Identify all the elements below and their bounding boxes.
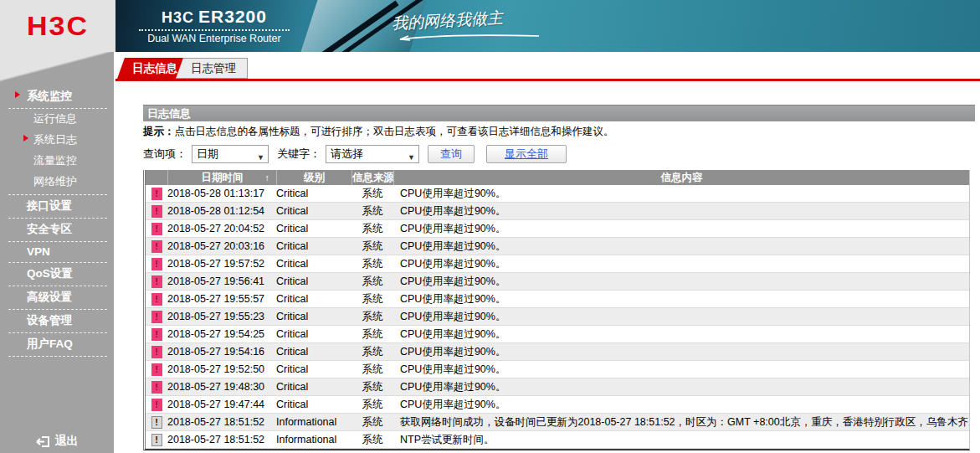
- show-all-button[interactable]: 显示全部: [486, 145, 567, 163]
- severity-icon: !: [151, 363, 162, 376]
- severity-icon-cell: !: [146, 240, 167, 253]
- log-datetime: 2018-05-28 01:12:54: [167, 205, 276, 217]
- log-datetime: 2018-05-27 19:55:23: [167, 311, 276, 322]
- log-datetime: 2018-05-27 19:54:25: [167, 328, 276, 340]
- column-icon: [146, 170, 167, 185]
- table-row[interactable]: ! 2018-05-27 20:03:16 Critical 系统 CPU使用率…: [146, 238, 969, 255]
- severity-icon: !: [151, 399, 162, 411]
- table-row[interactable]: ! 2018-05-27 19:52:50 Critical 系统 CPU使用率…: [146, 361, 969, 378]
- sidebar-item-1[interactable]: 系统监控: [8, 85, 107, 109]
- log-message: CPU使用率超过90%。: [393, 310, 969, 324]
- table-row[interactable]: ! 2018-05-28 01:13:17 Critical 系统 CPU使用率…: [146, 185, 969, 203]
- table-row[interactable]: ! 2018-05-28 01:12:54 Critical 系统 CPU使用率…: [146, 203, 969, 220]
- severity-icon: !: [151, 223, 162, 235]
- table-row[interactable]: ! 2018-05-27 19:55:23 Critical 系统 CPU使用率…: [146, 308, 969, 326]
- severity-icon-cell: !: [146, 381, 167, 394]
- sidebar: 系统监控运行信息系统日志流量监控网络维护接口设置安全专区VPNQoS设置高级设置…: [0, 52, 115, 453]
- log-source: 系统: [351, 204, 393, 219]
- log-level: Critical: [276, 240, 351, 252]
- severity-icon: !: [151, 188, 162, 200]
- hint-body: 点击日志信息的各属性标题，可进行排序；双击日志表项，可查看该日志详细信息和操作建…: [175, 126, 614, 137]
- log-message: CPU使用率超过90%。: [393, 275, 969, 289]
- main-content: 日志信息 提示：点击日志信息的各属性标题，可进行排序；双击日志表项，可查看该日志…: [115, 84, 980, 453]
- table-row[interactable]: ! 2018-05-27 20:04:52 Critical 系统 CPU使用率…: [146, 220, 969, 238]
- sidebar-item-label: QoS设置: [27, 267, 73, 280]
- log-level: Critical: [276, 258, 351, 270]
- product-subtitle: Dual WAN Enterprise Router: [139, 33, 290, 44]
- table-row[interactable]: ! 2018-05-27 18:51:52 Informational 系统 获…: [146, 414, 969, 431]
- log-datetime: 2018-05-28 01:13:17: [167, 188, 276, 199]
- log-source: 系统: [351, 222, 393, 236]
- log-datetime: 2018-05-27 20:03:16: [167, 240, 276, 252]
- log-datetime: 2018-05-27 19:57:52: [167, 258, 276, 270]
- column-level[interactable]: 级别: [276, 170, 351, 185]
- sidebar-item-3[interactable]: 系统日志: [8, 130, 107, 151]
- logo-block: H3C: [0, 0, 115, 52]
- sidebar-item-label: 网络维护: [33, 175, 77, 188]
- brand-slogan: 我的网络我做主: [391, 8, 503, 35]
- severity-icon-cell: !: [146, 416, 167, 429]
- column-message[interactable]: 信息内容: [393, 170, 969, 185]
- hint-text: 提示：点击日志信息的各属性标题，可进行排序；双击日志表项，可查看该日志详细信息和…: [143, 125, 975, 139]
- search-button[interactable]: 查询: [428, 145, 475, 163]
- query-field-select[interactable]: 日期 ▼: [192, 145, 269, 163]
- table-row[interactable]: ! 2018-05-27 19:54:16 Critical 系统 CPU使用率…: [146, 343, 969, 361]
- table-header: 日期时间 ↑ 级别 信息来源 信息内容: [146, 170, 969, 185]
- table-row[interactable]: ! 2018-05-27 19:55:57 Critical 系统 CPU使用率…: [146, 291, 969, 308]
- severity-icon-cell: !: [146, 328, 167, 341]
- keyword-select[interactable]: 请选择 ▼: [326, 145, 419, 163]
- tab-log-manage[interactable]: 日志管理: [176, 58, 248, 79]
- log-datetime: 2018-05-27 20:04:52: [167, 223, 276, 234]
- sidebar-item-label: 流量监控: [33, 154, 77, 167]
- log-datetime: 2018-05-27 19:52:50: [167, 363, 276, 375]
- logout-button[interactable]: 退出: [0, 434, 114, 449]
- severity-icon-cell: !: [146, 363, 167, 376]
- sidebar-item-12[interactable]: 用户FAQ: [8, 333, 107, 357]
- sidebar-item-label: 设备管理: [27, 314, 72, 327]
- table-row[interactable]: ! 2018-05-27 19:48:30 Critical 系统 CPU使用率…: [146, 378, 969, 396]
- h3c-logo: H3C: [27, 11, 89, 41]
- log-datetime: 2018-05-27 19:55:57: [167, 293, 276, 305]
- table-body: ! 2018-05-28 01:13:17 Critical 系统 CPU使用率…: [146, 185, 969, 449]
- column-source[interactable]: 信息来源: [351, 170, 393, 185]
- sidebar-item-7[interactable]: 安全专区: [8, 219, 107, 242]
- sidebar-item-10[interactable]: 高级设置: [8, 286, 107, 310]
- sidebar-item-11[interactable]: 设备管理: [8, 310, 107, 333]
- sidebar-item-4[interactable]: 流量监控: [8, 151, 107, 172]
- log-datetime: 2018-05-27 19:54:16: [167, 346, 276, 358]
- sidebar-item-label: 高级设置: [27, 291, 72, 303]
- sidebar-item-8[interactable]: VPN: [8, 242, 107, 263]
- sidebar-item-6[interactable]: 接口设置: [8, 195, 107, 219]
- log-datetime: 2018-05-27 18:51:52: [167, 434, 276, 445]
- severity-icon-cell: !: [146, 399, 167, 411]
- sidebar-item-label: 系统监控: [27, 90, 72, 102]
- log-level: Critical: [276, 188, 351, 199]
- severity-icon-cell: !: [146, 223, 167, 235]
- log-message: CPU使用率超过90%。: [393, 345, 969, 359]
- table-row[interactable]: ! 2018-05-27 19:47:44 Critical 系统 CPU使用率…: [146, 396, 969, 414]
- table-row[interactable]: ! 2018-05-27 19:54:25 Critical 系统 CPU使用率…: [146, 326, 969, 343]
- log-message: CPU使用率超过90%。: [393, 222, 969, 236]
- table-row[interactable]: ! 2018-05-27 19:57:52 Critical 系统 CPU使用率…: [146, 255, 969, 273]
- column-datetime[interactable]: 日期时间 ↑: [167, 170, 276, 185]
- sidebar-item-label: 安全专区: [27, 223, 72, 235]
- query-toolbar: 查询项： 日期 ▼ 关键字： 请选择 ▼ 查询 显示全部: [143, 145, 975, 163]
- severity-icon-cell: !: [146, 434, 167, 446]
- log-message: CPU使用率超过90%。: [393, 363, 969, 377]
- sidebar-item-label: 用户FAQ: [27, 337, 73, 350]
- table-row[interactable]: ! 2018-05-27 19:56:41 Critical 系统 CPU使用率…: [146, 273, 969, 291]
- severity-icon: !: [151, 311, 162, 323]
- sidebar-item-2[interactable]: 运行信息: [8, 109, 107, 130]
- log-message: CPU使用率超过90%。: [393, 187, 969, 201]
- log-level: Critical: [276, 293, 351, 305]
- severity-icon-cell: !: [146, 293, 167, 306]
- sidebar-item-5[interactable]: 网络维护: [8, 172, 107, 195]
- table-row[interactable]: ! 2018-05-27 18:51:52 Informational 系统 N…: [146, 431, 969, 449]
- log-datetime: 2018-05-27 19:47:44: [167, 399, 276, 410]
- sidebar-item-label: VPN: [27, 245, 50, 258]
- log-message: CPU使用率超过90%。: [393, 239, 969, 254]
- sidebar-item-9[interactable]: QoS设置: [8, 263, 107, 286]
- log-level: Critical: [276, 363, 351, 375]
- log-message: NTP尝试更新时间。: [393, 433, 969, 447]
- severity-icon: !: [151, 434, 162, 446]
